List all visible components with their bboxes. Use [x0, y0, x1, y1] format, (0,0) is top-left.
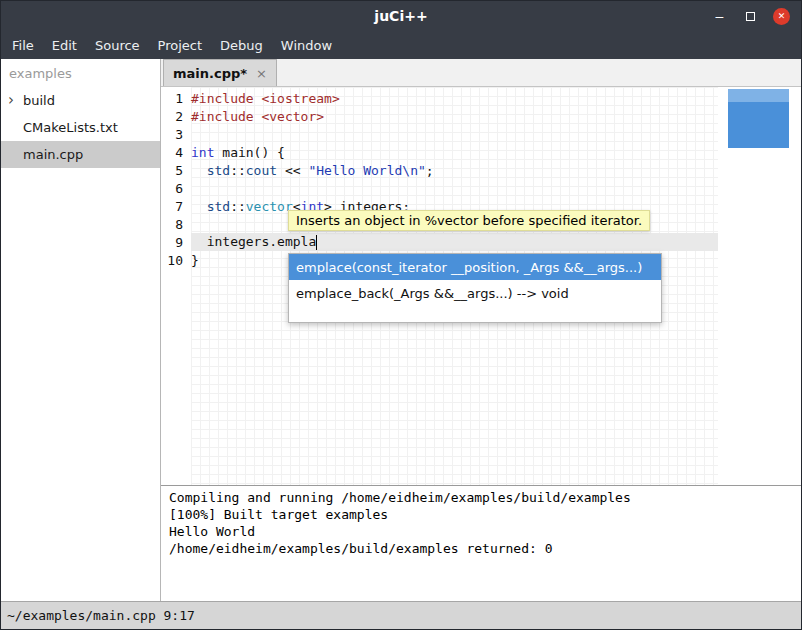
output-line: [100%] Built target examples	[169, 506, 793, 523]
doc-tooltip: Inserts an object in %vector before spec…	[288, 210, 650, 231]
autocomplete-popup: emplace(const_iterator __position, _Args…	[288, 253, 662, 323]
tab-close-icon[interactable]: ×	[256, 66, 267, 81]
menu-window[interactable]: Window	[272, 33, 341, 58]
status-text: ~/examples/main.cpp 9:17	[7, 608, 195, 623]
maximize-icon	[746, 12, 755, 21]
minimize-button[interactable]: –	[704, 1, 735, 31]
tree-item-cmakelists[interactable]: CMakeLists.txt	[1, 114, 160, 141]
output-line: Hello World	[169, 523, 793, 540]
menu-edit[interactable]: Edit	[43, 33, 86, 58]
main-area: examples › build CMakeLists.txt main.cpp…	[1, 59, 801, 601]
code-text: integers.empla	[191, 234, 317, 250]
code-line[interactable]: 1#include <iostream>	[161, 89, 718, 107]
output-line: /home/eidheim/examples/build/examples re…	[169, 540, 793, 557]
code-text: int main() {	[191, 145, 285, 160]
file-tree-sidebar: examples › build CMakeLists.txt main.cpp	[1, 59, 161, 601]
line-number: 7	[161, 199, 183, 214]
code-text: #include <iostream>	[191, 91, 340, 106]
close-button[interactable]: ✕	[766, 1, 797, 31]
tab-label: main.cpp*	[173, 66, 247, 81]
menu-source[interactable]: Source	[86, 33, 149, 58]
completion-item[interactable]: emplace(const_iterator __position, _Args…	[289, 254, 661, 280]
code-line[interactable]: 4int main() {	[161, 143, 718, 161]
close-icon: ✕	[773, 8, 790, 25]
window-title: juCi++	[1, 8, 801, 24]
maximize-button[interactable]	[735, 1, 766, 31]
window-controls: – ✕	[704, 1, 797, 31]
code-line[interactable]: 6	[161, 179, 718, 197]
line-number: 1	[161, 91, 183, 106]
tree-item-label: main.cpp	[23, 147, 83, 162]
tree-item-build[interactable]: › build	[1, 87, 160, 114]
code-text: }	[191, 253, 199, 268]
tab-bar: main.cpp* ×	[161, 59, 801, 87]
minimize-icon: –	[716, 11, 724, 21]
output-line: Compiling and running /home/eidheim/exam…	[169, 489, 793, 506]
titlebar[interactable]: juCi++ – ✕	[1, 1, 801, 31]
tree-item-label: build	[23, 93, 55, 108]
editor-column: main.cpp* × 1#include <iostream>2#includ…	[161, 59, 801, 601]
line-number: 4	[161, 145, 183, 160]
code-line[interactable]: 9 integers.empla	[161, 233, 718, 251]
code-text: std::cout << "Hello World\n";	[191, 163, 434, 178]
code-editor: 1#include <iostream>2#include <vector>34…	[161, 87, 801, 485]
menu-debug[interactable]: Debug	[211, 33, 272, 58]
line-number: 8	[161, 217, 183, 232]
tab-maincpp[interactable]: main.cpp* ×	[163, 59, 277, 86]
menu-file[interactable]: File	[3, 33, 43, 58]
code-line[interactable]: 2#include <vector>	[161, 107, 718, 125]
line-number: 3	[161, 127, 183, 142]
tree-item-label: CMakeLists.txt	[23, 120, 118, 135]
line-number: 6	[161, 181, 183, 196]
code-line[interactable]: 3	[161, 125, 718, 143]
code-line[interactable]: 5 std::cout << "Hello World\n";	[161, 161, 718, 179]
code-text: #include <vector>	[191, 109, 324, 124]
menubar: File Edit Source Project Debug Window	[1, 31, 801, 59]
output-panel[interactable]: Compiling and running /home/eidheim/exam…	[161, 485, 801, 601]
chevron-right-icon[interactable]: ›	[8, 94, 23, 107]
line-number: 10	[161, 253, 183, 268]
app-window: juCi++ – ✕ File Edit Source Project Debu…	[0, 0, 802, 630]
menu-project[interactable]: Project	[149, 33, 211, 58]
editor-scrollbar-thumb[interactable]	[728, 89, 789, 148]
code-lines: 1#include <iostream>2#include <vector>34…	[161, 87, 718, 269]
line-number: 2	[161, 109, 183, 124]
status-bar: ~/examples/main.cpp 9:17	[1, 601, 801, 629]
tree-item-maincpp[interactable]: main.cpp	[1, 141, 160, 168]
completion-item[interactable]: emplace_back(_Args &&__args...) --> void	[289, 280, 661, 306]
line-number: 5	[161, 163, 183, 178]
project-name: examples	[1, 59, 160, 87]
text-cursor	[316, 235, 317, 250]
line-number: 9	[161, 235, 183, 250]
